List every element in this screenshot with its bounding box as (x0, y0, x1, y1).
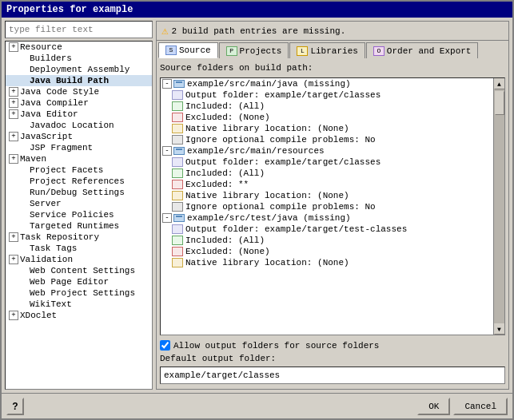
tree-item-label: JavaScript (20, 132, 73, 141)
source-folders-label: Source folders on build path: (160, 61, 505, 74)
output-icon (172, 90, 183, 100)
tree-item-project-facets[interactable]: Project Facets (6, 164, 152, 176)
tree-item-javascript[interactable]: + JavaScript (6, 131, 152, 142)
tree-item-task-repository[interactable]: + Task Repository (6, 232, 152, 243)
included-icon (172, 168, 183, 178)
src-item-label: example/src/main/resources (187, 146, 325, 156)
expand-icon[interactable]: + (9, 42, 18, 52)
tree-item-project-refs[interactable]: Project References (6, 176, 152, 187)
src-item-label: Native library location: (None) (185, 191, 349, 200)
expand-icon[interactable]: + (9, 311, 18, 320)
right-panel: ⚠ 2 build path entries are missing. S So… (156, 21, 509, 390)
tree-item-label: Project References (18, 176, 125, 186)
warning-icon: ⚠ (161, 24, 168, 38)
src-tree-item-test-java[interactable]: - example/src/test/java (missing) (161, 212, 493, 224)
allow-output-folders-checkbox[interactable] (160, 340, 170, 351)
tab-order-export[interactable]: O Order and Export (366, 42, 479, 58)
expand-icon[interactable]: + (9, 232, 18, 242)
default-output-input[interactable] (160, 367, 505, 384)
tree-item-web-project-settings[interactable]: Web Project Settings (6, 287, 152, 299)
native-icon (172, 124, 183, 133)
src-item-label: example/src/test/java (missing) (187, 213, 351, 223)
tree-item-wikitext[interactable]: WikiText (6, 299, 152, 310)
src-item-label: Excluded: (None) (185, 113, 270, 122)
libraries-tab-icon: L (297, 46, 308, 56)
tree-item-builders[interactable]: Builders (6, 53, 152, 64)
tree-item-label: Resource (20, 42, 62, 52)
src-tree-item-main-resources[interactable]: - example/src/main/resources (161, 145, 493, 157)
src-tree-item-native1: Native library location: (None) (161, 123, 493, 134)
source-tree-scrollbar[interactable]: ▲ ▼ (493, 78, 504, 335)
tree-item-java-editor[interactable]: + Java Editor (6, 109, 152, 120)
scroll-track[interactable] (494, 89, 504, 323)
tab-libraries[interactable]: L Libraries (289, 42, 365, 58)
resources-folder-icon (173, 147, 185, 155)
collapse-icon[interactable]: - (162, 213, 172, 223)
tree-item-task-tags[interactable]: Task Tags (6, 243, 152, 254)
tree-item-label: Service Policies (18, 210, 114, 220)
tree-item-label: Web Project Settings (18, 288, 135, 298)
expand-icon[interactable]: + (9, 154, 18, 164)
tree-item-web-content[interactable]: Web Content Settings (6, 265, 152, 276)
tree-item-jsp[interactable]: JSP Fragment (6, 142, 152, 153)
tree-item-label: JSP Fragment (18, 143, 93, 153)
tree-item-service-policies[interactable]: Service Policies (6, 209, 152, 220)
tree-item-java-compiler[interactable]: + Java Compiler (6, 97, 152, 109)
tree-item-javadoc[interactable]: Javadoc Location (6, 120, 152, 131)
tree-item-label: Run/Debug Settings (18, 188, 125, 197)
scroll-down-arrow[interactable]: ▼ (494, 323, 505, 335)
cancel-button[interactable]: Cancel (453, 398, 508, 415)
expand-icon[interactable]: + (9, 255, 18, 264)
ignore-icon (172, 202, 183, 212)
tab-projects[interactable]: P Projects (219, 42, 289, 58)
properties-tree[interactable]: + Resource Builders Deployment Assembly … (5, 41, 153, 390)
collapse-icon[interactable]: - (162, 146, 172, 156)
included-icon (172, 236, 183, 245)
excluded-icon (172, 247, 183, 256)
tab-source[interactable]: S Source (158, 42, 218, 58)
src-item-label: Ignore optional compile problems: No (185, 202, 376, 212)
src-tree-item-main-java[interactable]: - example/src/main/java (missing) (161, 78, 493, 89)
source-tree[interactable]: - example/src/main/java (missing) Output… (161, 78, 493, 335)
tree-item-label: Java Code Style (20, 87, 99, 97)
tree-item-deployment[interactable]: Deployment Assembly (6, 64, 152, 75)
tree-item-targeted-runtimes[interactable]: Targeted Runtimes (6, 220, 152, 232)
bottom-bar: ? OK Cancel (2, 393, 512, 418)
tree-item-java-build-path[interactable]: Java Build Path (6, 75, 152, 86)
excluded-icon (172, 180, 183, 189)
scroll-thumb[interactable] (495, 91, 504, 115)
tabs-bar: S Source P Projects L Libraries O Order … (157, 41, 508, 58)
src-item-label: Excluded: ** (185, 180, 249, 189)
src-item-label: example/src/main/java (missing) (187, 79, 351, 89)
tree-item-run-debug[interactable]: Run/Debug Settings (6, 187, 152, 198)
src-item-label: Included: (All) (185, 236, 265, 245)
tree-item-xdoclet[interactable]: + XDoclet (6, 310, 152, 321)
filter-input[interactable] (5, 21, 153, 38)
tree-item-label: Maven (20, 154, 46, 164)
ignore-icon (172, 135, 183, 145)
expand-icon[interactable]: + (9, 132, 18, 141)
tree-item-web-page-editor[interactable]: Web Page Editor (6, 276, 152, 287)
src-tree-item-output1: Output folder: example/target/classes (161, 89, 493, 101)
tree-item-java-code-style[interactable]: + Java Code Style (6, 86, 152, 97)
tree-item-label: Java Compiler (20, 98, 89, 108)
tree-item-server[interactable]: Server (6, 198, 152, 209)
tree-item-label: Task Repository (20, 232, 99, 242)
help-button[interactable]: ? (6, 398, 24, 415)
src-item-label: Output folder: example/target/test-class… (185, 224, 407, 234)
expand-icon[interactable]: + (9, 109, 18, 119)
expand-icon[interactable]: + (9, 98, 18, 108)
warning-bar: ⚠ 2 build path entries are missing. (157, 22, 508, 41)
tree-item-label: WikiText (18, 299, 72, 309)
tree-item-resource[interactable]: + Resource (6, 42, 152, 53)
tree-item-label: Server (18, 199, 62, 208)
ok-button[interactable]: OK (417, 398, 450, 415)
tree-item-label: Java Build Path (18, 76, 109, 85)
tree-item-label: Targeted Runtimes (18, 221, 119, 231)
scroll-up-arrow[interactable]: ▲ (494, 78, 505, 89)
tree-item-maven[interactable]: + Maven (6, 153, 152, 164)
collapse-icon[interactable]: - (162, 79, 172, 89)
tree-item-validation[interactable]: + Validation (6, 254, 152, 265)
expand-icon[interactable]: + (9, 87, 18, 97)
test-folder-icon (173, 214, 185, 222)
